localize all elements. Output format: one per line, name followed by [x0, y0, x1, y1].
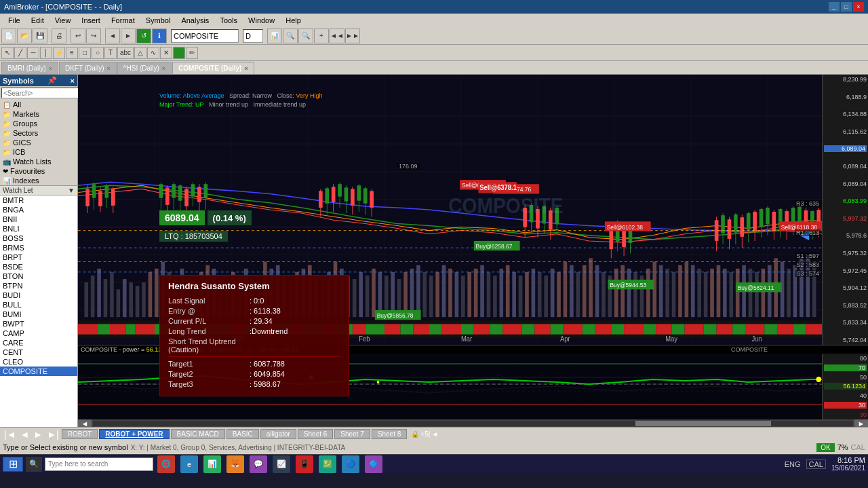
nav-first-btn[interactable]: |◄	[3, 429, 18, 440]
info-button[interactable]: ℹ	[152, 29, 167, 43]
taskbar-icon-app7[interactable]: 🔷	[365, 455, 382, 473]
tab-alligator[interactable]: alligator	[260, 429, 296, 439]
scroll-left-btn[interactable]: ◄◄	[330, 29, 344, 43]
tab-dkft[interactable]: DKFT (Daily) ×	[59, 62, 117, 74]
tab-robot-power[interactable]: ROBOT + POWER	[99, 429, 169, 439]
abc-tool[interactable]: abc	[117, 47, 134, 59]
sym-bumi[interactable]: BUMI	[0, 309, 77, 319]
sym-boss[interactable]: BOSS	[0, 233, 77, 243]
ellipse-tool[interactable]: ○	[92, 47, 104, 59]
sidebar-close-icon[interactable]: ×	[71, 77, 75, 85]
menu-analysis[interactable]: Analysis	[176, 14, 214, 27]
ltq-button[interactable]: LTQ : 185703504	[159, 231, 228, 242]
back-button[interactable]: ◄	[105, 29, 120, 43]
scroll-right-btn[interactable]: ►	[854, 419, 868, 428]
tab-hsi[interactable]: ^HSI (Daily) ×	[117, 62, 172, 74]
menu-tools[interactable]: Tools	[214, 14, 243, 27]
taskbar-icon-amibroker[interactable]: 📈	[273, 455, 290, 473]
nav-prev-btn[interactable]: ◄	[19, 429, 31, 440]
tree-indexes[interactable]: 📊 Indexes	[0, 176, 77, 185]
hline-tool[interactable]: ─	[27, 47, 39, 59]
sidebar-pin-icon[interactable]: 📌	[47, 76, 57, 85]
tab-robot[interactable]: ROBOT	[62, 429, 98, 439]
close-button[interactable]: ×	[853, 2, 864, 12]
rect-tool[interactable]: □	[79, 47, 91, 59]
nav-last-btn[interactable]: ►|	[45, 429, 60, 440]
wave-tool[interactable]: ∿	[147, 47, 159, 59]
price-change-button[interactable]: (0.14 %)	[208, 210, 252, 225]
taskbar-search-icon[interactable]: 🔍	[26, 457, 42, 472]
tree-sectors[interactable]: 📁 Sectors	[0, 128, 77, 138]
chart-type-btn[interactable]: 📊	[267, 29, 282, 43]
tab-sheet7[interactable]: Sheet 7	[334, 429, 370, 439]
tab-sheet8[interactable]: Sheet 8	[372, 429, 407, 439]
zoom-in-btn[interactable]: 🔍	[283, 29, 298, 43]
menu-file[interactable]: File	[3, 14, 26, 27]
sym-brpt[interactable]: BRPT	[0, 252, 77, 262]
save-button[interactable]: 💾	[33, 29, 47, 43]
tab-composite[interactable]: COMPOSITE (Daily) ×	[172, 62, 254, 74]
tab-close-dkft[interactable]: ×	[107, 65, 111, 72]
menu-insert[interactable]: Insert	[76, 14, 106, 27]
tab-bmri[interactable]: BMRI (Daily) ×	[1, 62, 58, 74]
minimize-button[interactable]: _	[829, 2, 840, 12]
arrow-tool[interactable]: ↖	[1, 47, 14, 59]
sym-bnga[interactable]: BNGA	[0, 205, 77, 214]
scroll-thumb[interactable]	[635, 421, 771, 426]
forward-button[interactable]: ►	[121, 29, 136, 43]
nav-next-btn[interactable]: ►	[32, 429, 44, 440]
tab-scroll-left[interactable]: ◄	[431, 430, 438, 438]
sym-btpn[interactable]: BTPN	[0, 281, 77, 290]
scroll-left-btn[interactable]: ◄	[78, 419, 92, 428]
horizontal-scrollbar[interactable]: ◄ ►	[78, 419, 868, 427]
sym-bnii[interactable]: BNII	[0, 214, 77, 224]
tree-groups[interactable]: 📁 Groups	[0, 119, 77, 128]
taskbar-icon-edge[interactable]: 🌐	[157, 455, 175, 473]
menu-symbol[interactable]: Symbol	[140, 14, 176, 27]
crosshair-btn[interactable]: +	[314, 29, 329, 43]
menu-help[interactable]: Help	[280, 14, 307, 27]
redo-button[interactable]: ↪	[86, 29, 101, 43]
pencil-tool[interactable]: ✏	[186, 47, 198, 59]
tree-favourites[interactable]: ❤ Favourites	[0, 166, 77, 176]
menu-edit[interactable]: Edit	[26, 14, 50, 27]
tab-basic-macd[interactable]: BASIC MACD	[171, 429, 225, 439]
fib-tool[interactable]: ≡	[66, 47, 78, 59]
sym-bnli[interactable]: BNLI	[0, 224, 77, 233]
lock-icon[interactable]: 🔒	[411, 430, 419, 438]
symbol-input[interactable]	[171, 29, 239, 43]
print-button[interactable]: 🖨	[52, 29, 66, 43]
taskbar-icon-app3[interactable]: 💬	[250, 455, 267, 473]
sym-care[interactable]: CARE	[0, 338, 77, 348]
scroll-track[interactable]	[93, 421, 853, 426]
taskbar-icon-app6[interactable]: 🔵	[342, 455, 359, 473]
menu-view[interactable]: View	[50, 14, 77, 27]
text-tool[interactable]: T	[104, 47, 117, 59]
sym-bsde[interactable]: BSDE	[0, 262, 77, 271]
period-input[interactable]	[243, 29, 263, 43]
sym-bmtr[interactable]: BMTR	[0, 195, 77, 205]
tab-close-composite[interactable]: ×	[244, 65, 248, 72]
sym-bton[interactable]: BTON	[0, 271, 77, 281]
menu-window[interactable]: Window	[243, 14, 280, 27]
windows-button[interactable]: ⊞	[3, 457, 23, 472]
sym-composite[interactable]: COMPOSITE	[0, 367, 77, 376]
tree-all[interactable]: 📋 All	[0, 100, 77, 109]
taskbar-icon-ie[interactable]: e	[180, 455, 198, 473]
new-button[interactable]: 📄	[1, 29, 16, 43]
sym-bwpt[interactable]: BWPT	[0, 319, 77, 329]
sym-camp[interactable]: CAMP	[0, 329, 77, 338]
color-tool[interactable]	[173, 47, 185, 59]
sym-budi[interactable]: BUDI	[0, 290, 77, 300]
triangle-tool[interactable]: △	[134, 47, 146, 59]
tab-close-hsi[interactable]: ×	[162, 65, 165, 72]
tree-markets[interactable]: 📁 Markets	[0, 109, 77, 119]
main-chart-area[interactable]: COMPOSITE - Daily 15/06/2021 8:55:00 AM …	[78, 75, 868, 345]
maximize-button[interactable]: □	[841, 2, 852, 12]
sidebar-collapse-icon[interactable]: ▼	[68, 187, 75, 194]
tree-gics[interactable]: 📁 GICS	[0, 138, 77, 147]
taskbar-search-input[interactable]	[45, 457, 153, 471]
current-price-button[interactable]: 6089.04	[159, 210, 205, 225]
sym-brms[interactable]: BRMS	[0, 243, 77, 252]
vline-tool[interactable]: │	[40, 47, 52, 59]
